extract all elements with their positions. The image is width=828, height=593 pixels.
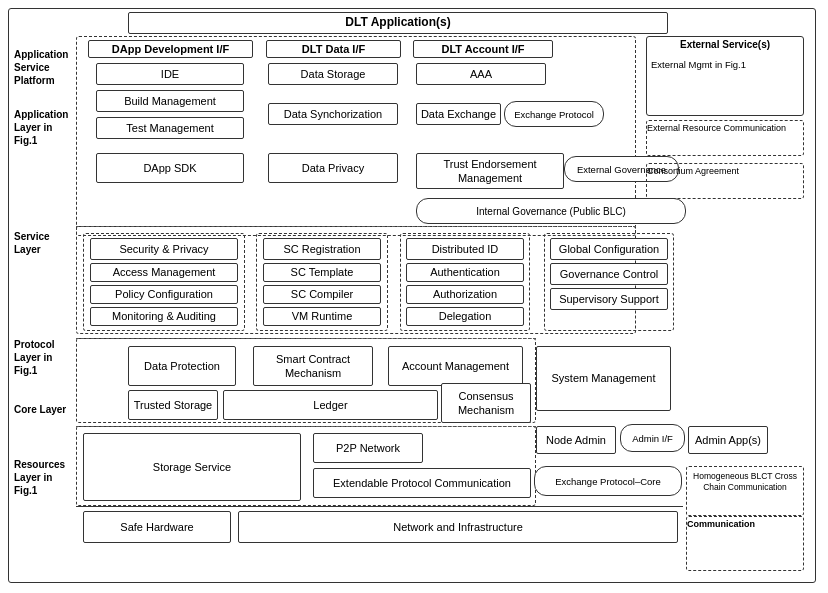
safe-hardware-box: Safe Hardware	[83, 511, 231, 543]
external-services-box: External Service(s) External Mgmt in Fig…	[646, 36, 804, 116]
dapp-sdk-box: DApp SDK	[96, 153, 244, 183]
vm-runtime-box: VM Runtime	[263, 307, 381, 326]
dlt-data-if-box: DLT Data I/F	[266, 40, 401, 58]
delegation-box: Delegation	[406, 307, 524, 326]
access-management-box: Access Management	[90, 263, 238, 282]
communication-box: Communication	[686, 516, 804, 571]
layer-divider-3	[76, 426, 536, 427]
ledger-box: Ledger	[223, 390, 438, 420]
data-synchorization-box: Data Synchorization	[268, 103, 398, 125]
node-admin-box: Node Admin	[536, 426, 616, 454]
data-privacy-box: Data Privacy	[268, 153, 398, 183]
sc-template-box: SC Template	[263, 263, 381, 282]
data-exchange-box: Data Exchange	[416, 103, 501, 125]
core-layer-label: Core Layer	[14, 403, 69, 416]
trusted-storage-box: Trusted Storage	[128, 390, 218, 420]
exchange-protocol-box: Exchange Protocol	[504, 101, 604, 127]
exchange-protocol-core-box: Exchange Protocol–Core	[534, 466, 682, 496]
dapp-dev-if-box: DApp Development I/F	[88, 40, 253, 58]
distributed-id-box: Distributed ID	[406, 238, 524, 260]
authentication-box: Authentication	[406, 263, 524, 282]
internal-governance-box: Internal Governance (Public BLC)	[416, 198, 686, 224]
ide-box: IDE	[96, 63, 244, 85]
data-protection-box: Data Protection	[128, 346, 236, 386]
authorization-box: Authorization	[406, 285, 524, 304]
app-service-platform-label: Application Service Platform	[14, 48, 69, 87]
admin-apps-box: Admin App(s)	[688, 426, 768, 454]
security-privacy-box: Security & Privacy	[90, 238, 238, 260]
smart-contract-mechanism-box: Smart Contract Mechanism	[253, 346, 373, 386]
aaa-box: AAA	[416, 63, 546, 85]
application-layer-label: Application Layer in Fig.1	[14, 108, 69, 147]
external-resource-box: External Resource Communication	[646, 120, 804, 156]
test-management-box: Test Management	[96, 117, 244, 139]
layer-divider-2	[76, 338, 536, 339]
p2p-network-box: P2P Network	[313, 433, 423, 463]
build-management-box: Build Management	[96, 90, 244, 112]
network-infrastructure-box: Network and Infrastructure	[238, 511, 678, 543]
supervisory-support-box: Supervisory Support	[550, 288, 668, 310]
admin-if-box: Admin I/F	[620, 424, 685, 452]
resources-layer-label: Resources Layer in Fig.1	[14, 458, 69, 497]
monitoring-auditing-box: Monitoring & Auditing	[90, 307, 238, 326]
storage-service-box: Storage Service	[83, 433, 301, 501]
extendable-protocol-box: Extendable Protocol Communication	[313, 468, 531, 498]
policy-configuration-box: Policy Configuration	[90, 285, 238, 304]
layer-divider-1	[76, 226, 636, 227]
consensus-mechanism-box: Consensus Mechanism	[441, 383, 531, 423]
sc-registration-box: SC Registration	[263, 238, 381, 260]
diagram-wrapper: DLT Application(s) Application Service P…	[8, 8, 818, 583]
governance-control-box: Governance Control	[550, 263, 668, 285]
service-layer-label: Service Layer	[14, 230, 69, 256]
homogeneous-box: Homogeneous BLCT Cross Chain Communicati…	[686, 466, 804, 516]
trust-endorsement-box: Trust Endorsement Management	[416, 153, 564, 189]
dlt-applications-banner: DLT Application(s)	[128, 12, 668, 34]
protocol-layer-label: Protocol Layer in Fig.1	[14, 338, 69, 377]
account-management-box: Account Management	[388, 346, 523, 386]
dlt-account-if-box: DLT Account I/F	[413, 40, 553, 58]
layer-divider-4	[76, 506, 683, 507]
consortium-agreement-box: Consortium Agreement	[646, 163, 804, 199]
sc-compiler-box: SC Compiler	[263, 285, 381, 304]
global-configuration-box: Global Configuration	[550, 238, 668, 260]
data-storage-box: Data Storage	[268, 63, 398, 85]
system-management-box: System Management	[536, 346, 671, 411]
